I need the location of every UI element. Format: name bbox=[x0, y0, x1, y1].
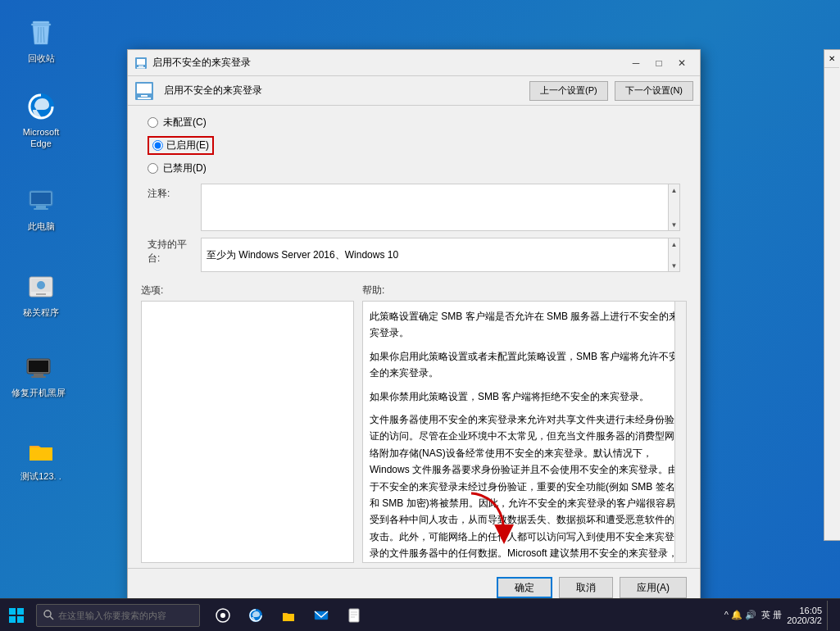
right-panel: ✕ bbox=[824, 49, 840, 541]
main-columns: 选项: 帮助: 此策略设置确定 SMB 客户端是否允许在 SMB 服务器上进行不… bbox=[128, 284, 700, 563]
desktop-icon-recycle[interactable]: 回收站 bbox=[12, 16, 70, 64]
svg-rect-8 bbox=[36, 206, 46, 208]
maximize-button[interactable]: □ bbox=[647, 53, 670, 73]
svg-rect-22 bbox=[137, 67, 145, 69]
platforms-scroll-down[interactable]: ▼ bbox=[669, 260, 680, 271]
edge-icon bbox=[25, 90, 57, 123]
fix-label: 修复开机黑屏 bbox=[11, 387, 66, 398]
help-text-content: 此策略设置确定 SMB 客户端是否允许在 SMB 服务器上进行不安全的来宾登录。… bbox=[370, 308, 679, 563]
computer-icon bbox=[25, 184, 57, 217]
radio-disabled-row: 已禁用(D) bbox=[148, 160, 687, 177]
radio-disabled-label: 已禁用(D) bbox=[163, 161, 207, 175]
svg-rect-7 bbox=[31, 193, 51, 204]
options-label: 选项: bbox=[141, 284, 354, 297]
svg-rect-15 bbox=[29, 361, 48, 372]
note-scrollbar[interactable]: ▲ ▼ bbox=[668, 184, 679, 230]
taskbar-right: ^ 🔔 🔊 英 册 16:05 2020/3/2 bbox=[724, 601, 840, 630]
taskbar-notepad-button[interactable] bbox=[339, 601, 369, 630]
svg-rect-17 bbox=[31, 376, 46, 378]
taskbar-mail-button[interactable] bbox=[306, 601, 336, 630]
note-area: 注释: ▲ ▼ bbox=[141, 184, 687, 231]
task-view-button[interactable] bbox=[208, 601, 238, 630]
help-section: 帮助: 此策略设置确定 SMB 客户端是否允许在 SMB 服务器上进行不安全的来… bbox=[362, 284, 687, 563]
svg-rect-20 bbox=[137, 59, 145, 65]
taskbar-clock[interactable]: 16:05 2020/3/2 bbox=[787, 606, 822, 625]
desktop-icon-test[interactable]: 测试123. . bbox=[12, 434, 70, 482]
clock-time: 16:05 bbox=[787, 606, 822, 615]
ok-button[interactable]: 确定 bbox=[497, 577, 552, 598]
help-para-4: 文件服务器使用不安全的来宾登录来允许对共享文件夹进行未经身份验证的访问。尽管在企… bbox=[370, 411, 679, 563]
minimize-button[interactable]: ─ bbox=[624, 53, 647, 73]
svg-rect-18 bbox=[30, 447, 52, 461]
show-desktop-button[interactable] bbox=[827, 601, 833, 630]
radio-enabled-label: 已启用(E) bbox=[166, 138, 209, 152]
radio-enabled[interactable] bbox=[152, 140, 163, 151]
svg-rect-21 bbox=[138, 66, 143, 67]
search-bar[interactable] bbox=[36, 604, 200, 627]
help-box: 此策略设置确定 SMB 客户端是否允许在 SMB 服务器上进行不安全的来宾登录。… bbox=[362, 301, 687, 563]
desktop-icon-mgjc[interactable]: 秘关程序 bbox=[12, 270, 70, 318]
radio-enabled-row: 已启用(E) bbox=[148, 134, 687, 157]
radio-enabled-wrapper: 已启用(E) bbox=[148, 136, 214, 155]
taskbar-explorer-button[interactable] bbox=[274, 601, 303, 630]
close-button[interactable]: ✕ bbox=[670, 53, 693, 73]
scrollbar-up[interactable]: ▲ bbox=[669, 184, 680, 196]
radio-group: 未配置(C) 已启用(E) 已禁用(D) bbox=[141, 114, 687, 177]
desktop-icon-edge[interactable]: MicrosoftEdge bbox=[12, 90, 70, 150]
desktop-icon-fix[interactable]: 修复开机黑屏 bbox=[10, 351, 67, 398]
mgjc-label: 秘关程序 bbox=[23, 306, 59, 318]
start-button[interactable] bbox=[0, 599, 33, 632]
taskbar-edge-button[interactable] bbox=[241, 601, 270, 630]
svg-line-32 bbox=[50, 616, 53, 620]
radio-disabled[interactable] bbox=[148, 163, 158, 174]
app-icon-mgjc bbox=[25, 270, 57, 303]
svg-rect-30 bbox=[17, 616, 24, 623]
next-setting-button[interactable]: 下一个设置(N) bbox=[615, 81, 693, 101]
radio-unconfig[interactable] bbox=[148, 117, 158, 128]
note-box: ▲ ▼ bbox=[201, 184, 680, 231]
help-para-3: 如果你禁用此策略设置，SMB 客户端将拒绝不安全的来宾登录。 bbox=[370, 388, 679, 405]
search-input[interactable] bbox=[58, 611, 193, 620]
prev-setting-button[interactable]: 上一个设置(P) bbox=[529, 81, 608, 101]
svg-point-34 bbox=[220, 613, 225, 618]
dialog-content-area: 未配置(C) 已启用(E) 已禁用(D) 注释: ▲ ▼ bbox=[128, 106, 700, 280]
test-label: 测试123. . bbox=[20, 470, 61, 482]
policy-dialog: 启用不安全的来宾登录 ─ □ ✕ 启用不安全的来宾登录 上一个设置(P) 下一个… bbox=[127, 49, 701, 607]
toolbar-title-text: 启用不安全的来宾登录 bbox=[164, 84, 523, 98]
svg-point-12 bbox=[37, 281, 45, 289]
cancel-button[interactable]: 取消 bbox=[559, 577, 613, 598]
dialog-title-icon bbox=[134, 57, 148, 70]
apply-button[interactable]: 应用(A) bbox=[620, 577, 687, 598]
right-panel-close[interactable]: ✕ bbox=[824, 50, 839, 68]
options-section: 选项: bbox=[141, 284, 354, 563]
dialog-toolbar: 启用不安全的来宾登录 上一个设置(P) 下一个设置(N) bbox=[128, 76, 700, 106]
svg-rect-13 bbox=[36, 293, 46, 295]
svg-rect-0 bbox=[33, 21, 49, 24]
language-indicator: 英 册 bbox=[761, 609, 782, 621]
platforms-scroll-up[interactable]: ▲ bbox=[669, 238, 680, 250]
help-scrollbar[interactable] bbox=[674, 302, 686, 562]
dialog-title-text: 启用不安全的来宾登录 bbox=[152, 56, 624, 70]
folder-icon bbox=[25, 434, 57, 467]
edge-label: MicrosoftEdge bbox=[23, 126, 60, 150]
platforms-box: 至少为 Windows Server 2016、Windows 10 ▲ ▼ bbox=[201, 238, 680, 272]
svg-rect-36 bbox=[283, 614, 294, 621]
scrollbar-down[interactable]: ▼ bbox=[669, 219, 680, 230]
taskbar-middle bbox=[208, 601, 369, 630]
svg-rect-27 bbox=[9, 608, 16, 615]
svg-rect-26 bbox=[138, 98, 151, 99]
svg-rect-28 bbox=[17, 608, 24, 615]
platforms-label: 支持的平台: bbox=[148, 238, 193, 266]
platforms-scrollbar[interactable]: ▲ ▼ bbox=[668, 238, 679, 271]
svg-rect-16 bbox=[34, 374, 43, 376]
recycle-bin-label: 回收站 bbox=[28, 52, 55, 64]
platforms-text: 至少为 Windows Server 2016、Windows 10 bbox=[207, 248, 398, 262]
platforms-area: 支持的平台: 至少为 Windows Server 2016、Windows 1… bbox=[141, 238, 687, 272]
svg-rect-38 bbox=[349, 609, 359, 622]
radio-unconfig-label: 未配置(C) bbox=[163, 116, 207, 129]
help-para-1: 此策略设置确定 SMB 客户端是否允许在 SMB 服务器上进行不安全的来宾登录。 bbox=[370, 308, 679, 342]
svg-rect-1 bbox=[31, 24, 51, 25]
svg-point-31 bbox=[44, 611, 51, 617]
options-box bbox=[141, 301, 354, 563]
desktop-icon-thispc[interactable]: 此电脑 bbox=[12, 184, 70, 232]
